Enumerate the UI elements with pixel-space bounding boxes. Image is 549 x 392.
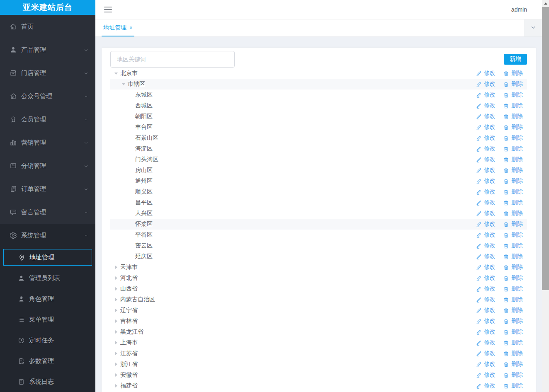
edit-action[interactable]: 修改	[476, 317, 496, 325]
tree-row[interactable]: 安徽省修改删除	[110, 370, 527, 380]
sidebar-item-stores[interactable]: 门店管理	[0, 61, 95, 85]
tab-close-icon[interactable]: ×	[129, 25, 133, 30]
tree-row[interactable]: 江苏省修改删除	[110, 348, 527, 359]
delete-action[interactable]: 删除	[503, 123, 523, 131]
sidebar-item-admin-list[interactable]: 管理员列表	[0, 268, 95, 288]
tree-row[interactable]: 上海市修改删除	[110, 337, 527, 348]
tab-address-management[interactable]: 地址管理 ×	[102, 19, 134, 36]
delete-action[interactable]: 删除	[503, 317, 523, 325]
tree-row[interactable]: 顺义区修改删除	[110, 186, 527, 197]
delete-action[interactable]: 删除	[503, 361, 523, 368]
edit-action[interactable]: 修改	[476, 80, 496, 88]
browser-scrollbar[interactable]	[542, 0, 549, 392]
delete-action[interactable]: 删除	[503, 264, 523, 271]
expand-arrow-icon[interactable]	[114, 319, 118, 323]
tree-row[interactable]: 西城区修改删除	[110, 100, 527, 111]
delete-action[interactable]: 删除	[503, 134, 523, 142]
edit-action[interactable]: 修改	[476, 307, 496, 314]
edit-action[interactable]: 修改	[476, 253, 496, 260]
sidebar-item-wechat[interactable]: 公众号管理	[0, 85, 95, 108]
menu-toggle-button[interactable]	[104, 7, 112, 12]
tree-row[interactable]: 吉林省修改删除	[110, 316, 527, 327]
tree-row[interactable]: 朝阳区修改删除	[110, 111, 527, 122]
edit-action[interactable]: 修改	[476, 285, 496, 293]
tree-row[interactable]: 门头沟区修改删除	[110, 154, 527, 165]
tree-row[interactable]: 辽宁省修改删除	[110, 305, 527, 316]
delete-action[interactable]: 删除	[503, 167, 523, 174]
edit-action[interactable]: 修改	[476, 242, 496, 249]
edit-action[interactable]: 修改	[476, 102, 496, 109]
edit-action[interactable]: 修改	[476, 264, 496, 271]
expand-arrow-icon[interactable]	[114, 276, 118, 280]
sidebar-item-orders[interactable]: 订单管理	[0, 177, 95, 201]
edit-action[interactable]: 修改	[476, 231, 496, 239]
sidebar-item-menus[interactable]: 菜单管理	[0, 309, 95, 330]
delete-action[interactable]: 删除	[503, 80, 523, 88]
delete-action[interactable]: 删除	[503, 113, 523, 120]
tree-row[interactable]: 通州区修改删除	[110, 176, 527, 186]
tree-row[interactable]: 丰台区修改删除	[110, 122, 527, 133]
tree-row[interactable]: 大兴区修改删除	[110, 208, 527, 219]
tree-row[interactable]: 内蒙古自治区修改删除	[110, 294, 527, 305]
edit-action[interactable]: 修改	[476, 177, 496, 185]
delete-action[interactable]: 删除	[503, 199, 523, 206]
edit-action[interactable]: 修改	[476, 91, 496, 99]
tree-row[interactable]: 东城区修改删除	[110, 90, 527, 100]
sidebar-item-address[interactable]: 地址管理	[3, 249, 92, 266]
edit-action[interactable]: 修改	[476, 123, 496, 131]
delete-action[interactable]: 删除	[503, 188, 523, 196]
collapse-arrow-icon[interactable]	[114, 72, 118, 75]
sidebar-item-cron[interactable]: 定时任务	[0, 330, 95, 351]
sidebar-item-marketing[interactable]: 营销管理	[0, 131, 95, 154]
sidebar-item-products[interactable]: 产品管理	[0, 38, 95, 61]
edit-action[interactable]: 修改	[476, 134, 496, 142]
sidebar-item-home[interactable]: 首页	[0, 15, 95, 38]
sidebar-item-roles[interactable]: 角色管理	[0, 288, 95, 309]
tree-row[interactable]: 山西省修改删除	[110, 283, 527, 294]
delete-action[interactable]: 删除	[503, 285, 523, 293]
delete-action[interactable]: 删除	[503, 220, 523, 228]
add-button[interactable]: 新增	[504, 54, 527, 65]
scrollbar-up-arrow-icon[interactable]	[542, 0, 549, 7]
delete-action[interactable]: 删除	[503, 70, 523, 77]
expand-arrow-icon[interactable]	[114, 373, 118, 377]
delete-action[interactable]: 删除	[503, 371, 523, 379]
tree-row[interactable]: 石景山区修改删除	[110, 133, 527, 143]
tree-row[interactable]: 河北省修改删除	[110, 273, 527, 283]
region-keyword-input[interactable]	[110, 51, 235, 68]
expand-arrow-icon[interactable]	[114, 363, 118, 366]
edit-action[interactable]: 修改	[476, 220, 496, 228]
collapse-arrow-icon[interactable]	[122, 82, 126, 86]
expand-arrow-icon[interactable]	[114, 341, 118, 345]
delete-action[interactable]: 删除	[503, 253, 523, 260]
delete-action[interactable]: 删除	[503, 242, 523, 249]
sidebar-item-logs[interactable]: 系统日志	[0, 371, 95, 392]
tree-row[interactable]: 怀柔区修改删除	[110, 219, 527, 230]
expand-arrow-icon[interactable]	[114, 384, 118, 388]
tree-row[interactable]: 延庆区修改删除	[110, 251, 527, 262]
tree-row[interactable]: 市辖区修改删除	[110, 79, 527, 90]
sidebar-item-messages[interactable]: 留言管理	[0, 201, 95, 224]
edit-action[interactable]: 修改	[476, 167, 496, 174]
delete-action[interactable]: 删除	[503, 156, 523, 163]
edit-action[interactable]: 修改	[476, 188, 496, 196]
edit-action[interactable]: 修改	[476, 113, 496, 120]
edit-action[interactable]: 修改	[476, 274, 496, 282]
tree-row[interactable]: 福建省修改删除	[110, 380, 527, 391]
sidebar-item-params[interactable]: 参数管理	[0, 351, 95, 371]
tree-row[interactable]: 海淀区修改删除	[110, 143, 527, 154]
delete-action[interactable]: 删除	[503, 328, 523, 336]
edit-action[interactable]: 修改	[476, 339, 496, 346]
edit-action[interactable]: 修改	[476, 371, 496, 379]
delete-action[interactable]: 删除	[503, 177, 523, 185]
expand-arrow-icon[interactable]	[114, 309, 118, 312]
expand-arrow-icon[interactable]	[114, 330, 118, 334]
expand-arrow-icon[interactable]	[114, 266, 118, 269]
edit-action[interactable]: 修改	[476, 70, 496, 77]
edit-action[interactable]: 修改	[476, 156, 496, 163]
expand-arrow-icon[interactable]	[114, 352, 118, 356]
tree-row[interactable]: 黑龙江省修改删除	[110, 327, 527, 337]
edit-action[interactable]: 修改	[476, 296, 496, 303]
edit-action[interactable]: 修改	[476, 199, 496, 206]
delete-action[interactable]: 删除	[503, 274, 523, 282]
